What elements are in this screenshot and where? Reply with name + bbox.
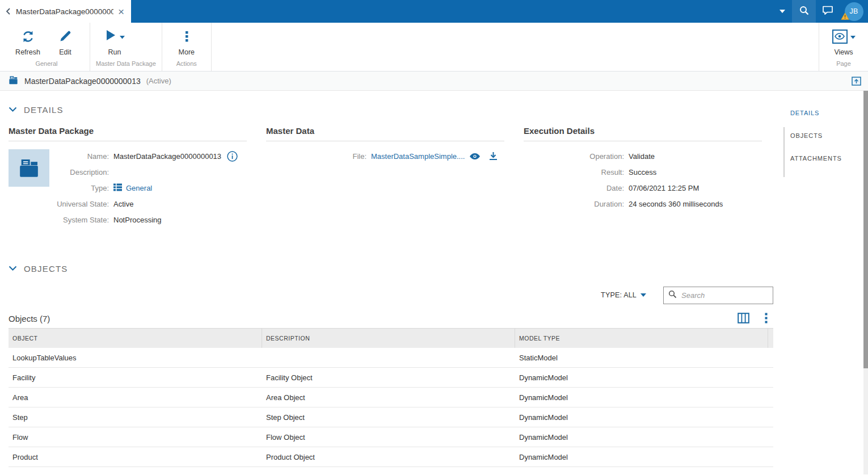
column-chooser-icon[interactable] bbox=[738, 313, 749, 323]
warning-badge-icon bbox=[841, 12, 849, 22]
field-value: Active bbox=[113, 200, 133, 208]
column-header-model-type[interactable]: MODEL TYPE bbox=[515, 329, 768, 348]
table-row[interactable]: Area Area Object DynamicModel bbox=[9, 388, 773, 407]
main-area: DETAILS Master Data Package Name: Master… bbox=[0, 91, 868, 474]
app-window: MasterDataPackage0000000013 × JB bbox=[0, 0, 868, 475]
cell-model-type: DynamicModel bbox=[515, 433, 768, 442]
global-search-button[interactable] bbox=[792, 0, 816, 23]
field-label: Result: bbox=[524, 168, 629, 176]
filter-caret-icon bbox=[641, 291, 646, 299]
toolbar-group-label: Master Data Package bbox=[92, 58, 159, 71]
status-text: (Active) bbox=[146, 77, 171, 85]
chevron-down-icon bbox=[9, 263, 17, 274]
field-label: Duration: bbox=[524, 200, 629, 208]
objects-filter-row: TYPE: ALL bbox=[9, 286, 773, 304]
scrollbar-thumb[interactable] bbox=[863, 91, 868, 368]
field-label: Date: bbox=[524, 184, 629, 192]
anchor-nav: DETAILS OBJECTS ATTACHMENTS bbox=[785, 91, 863, 474]
column-header-object[interactable]: OBJECT bbox=[9, 329, 262, 348]
objects-search-box[interactable] bbox=[663, 287, 773, 304]
anchor-item-attachments[interactable]: ATTACHMENTS bbox=[785, 150, 863, 167]
cell-description: Area Object bbox=[262, 393, 515, 402]
field-row: Duration: 24 seconds 360 milliseconds bbox=[524, 196, 762, 212]
search-icon bbox=[668, 290, 677, 301]
table-row[interactable] bbox=[9, 467, 773, 475]
objects-section-label: OBJECTS bbox=[24, 264, 68, 274]
topbar-dropdown-button[interactable] bbox=[773, 0, 792, 23]
field-value: MasterDataPackage0000000013 bbox=[113, 152, 221, 161]
objects-section-toggle[interactable]: OBJECTS bbox=[9, 262, 785, 275]
master-data-package-column: Master Data Package Name: MasterDataPack… bbox=[9, 126, 247, 228]
run-play-icon bbox=[104, 28, 117, 44]
toolbar-group-label: General bbox=[6, 58, 87, 71]
toolbar-group-master-data-package: Run Master Data Package bbox=[90, 23, 162, 71]
download-icon[interactable] bbox=[489, 152, 498, 161]
more-kebab-icon bbox=[185, 28, 188, 44]
cell-object: Step bbox=[9, 413, 262, 422]
table-row[interactable]: Flow Flow Object DynamicModel bbox=[9, 427, 773, 447]
info-icon[interactable] bbox=[227, 151, 238, 162]
field-value: NotProcessing bbox=[113, 216, 162, 224]
toolbar-group-actions: More Actions bbox=[162, 23, 212, 71]
content-panel: DETAILS Master Data Package Name: Master… bbox=[0, 91, 785, 474]
table-row[interactable]: Product Product Object DynamicModel bbox=[9, 447, 773, 467]
field-row: Operation: Validate bbox=[524, 148, 762, 164]
objects-table: OBJECT DESCRIPTION MODEL TYPE LookupTabl… bbox=[9, 329, 773, 475]
messages-button[interactable] bbox=[816, 0, 840, 23]
user-menu-button[interactable]: JB bbox=[840, 0, 868, 23]
toolbar-group-general: Refresh Edit General bbox=[3, 23, 90, 71]
tab-close-icon[interactable]: × bbox=[117, 6, 125, 17]
search-icon bbox=[799, 5, 810, 18]
details-section-toggle[interactable]: DETAILS bbox=[9, 103, 785, 116]
cell-model-type: StaticModel bbox=[515, 354, 768, 362]
column-header-description[interactable]: DESCRIPTION bbox=[262, 329, 515, 348]
document-tab[interactable]: MasterDataPackage0000000013 × bbox=[0, 0, 131, 23]
execution-details-column: Execution Details Operation: Validate Re… bbox=[524, 126, 762, 228]
anchor-item-objects[interactable]: OBJECTS bbox=[785, 127, 863, 144]
master-data-column: Master Data File: MasterDataSampleSimple… bbox=[266, 126, 504, 228]
refresh-icon bbox=[21, 28, 35, 44]
run-button[interactable]: Run bbox=[98, 28, 131, 56]
cell-object: LookupTableValues bbox=[9, 354, 262, 362]
table-row[interactable]: LookupTableValues StaticModel bbox=[9, 348, 773, 368]
type-link[interactable]: General bbox=[113, 183, 152, 193]
objects-table-header-row: Objects (7) bbox=[9, 313, 773, 329]
refresh-button[interactable]: Refresh bbox=[11, 28, 44, 56]
views-button[interactable]: Views bbox=[827, 28, 860, 56]
ribbon-toolbar: Refresh Edit General bbox=[0, 23, 868, 72]
tab-label: MasterDataPackage0000000013 bbox=[16, 7, 113, 16]
refresh-label: Refresh bbox=[15, 48, 40, 56]
type-filter-label: TYPE: ALL bbox=[601, 291, 637, 299]
field-row: System State: NotProcessing bbox=[9, 212, 247, 228]
table-row[interactable]: Facility Facility Object DynamicModel bbox=[9, 368, 773, 388]
top-bar: MasterDataPackage0000000013 × JB bbox=[0, 0, 868, 23]
preview-eye-icon[interactable] bbox=[469, 153, 481, 160]
field-row: File: MasterDataSampleSimple.... bbox=[266, 148, 504, 164]
page-scrollbar[interactable] bbox=[863, 91, 868, 474]
field-row: Date: 07/06/2021 12:25 PM bbox=[524, 180, 762, 196]
type-filter-dropdown[interactable]: TYPE: ALL bbox=[601, 291, 646, 299]
toolbar-group-label: Page bbox=[821, 58, 866, 71]
back-chevron-icon[interactable] bbox=[5, 7, 12, 16]
run-dropdown-caret-icon bbox=[120, 31, 125, 41]
edit-button[interactable]: Edit bbox=[49, 28, 82, 56]
views-dropdown-caret-icon bbox=[850, 31, 856, 41]
edit-pencil-icon bbox=[58, 28, 72, 44]
more-button[interactable]: More bbox=[170, 28, 203, 56]
anchor-item-details[interactable]: DETAILS bbox=[785, 104, 863, 121]
field-row: Universal State: Active bbox=[9, 196, 247, 212]
record-title-bar: MasterDataPackage0000000013 (Active) bbox=[0, 72, 868, 91]
file-link[interactable]: MasterDataSampleSimple.... bbox=[371, 152, 465, 161]
type-list-icon bbox=[113, 183, 122, 193]
more-label: More bbox=[179, 48, 195, 56]
table-row[interactable]: Step Step Object DynamicModel bbox=[9, 407, 773, 427]
open-in-window-icon[interactable] bbox=[852, 77, 861, 86]
cell-object: Area bbox=[9, 393, 262, 402]
content-scrollbar[interactable] bbox=[783, 127, 785, 177]
package-icon bbox=[8, 75, 19, 87]
search-input[interactable] bbox=[681, 291, 768, 300]
chat-icon bbox=[822, 5, 833, 18]
views-label: Views bbox=[834, 48, 853, 56]
cell-description: Product Object bbox=[262, 453, 515, 461]
table-menu-kebab-icon[interactable] bbox=[765, 313, 768, 323]
